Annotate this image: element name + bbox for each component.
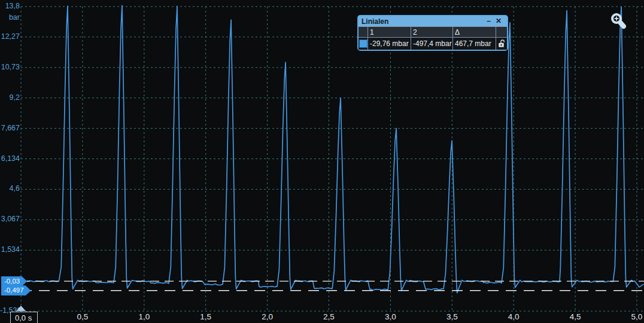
y-axis-tick-label: 7,667 [0, 124, 20, 132]
pressure-waveform [21, 5, 643, 293]
window-title: Linialen [362, 17, 484, 26]
minimize-button[interactable]: – [484, 16, 493, 26]
ruler-readout-table: 1 2 Δ -29,76 mbar -497,4 mbar 467,7 mbar [359, 26, 507, 50]
waveform-plot [0, 0, 644, 323]
y-axis-tick-label: 10,73 [0, 63, 20, 71]
y-axis-unit-label: bar [0, 13, 20, 22]
x-zero-label-box: 0,0 s [10, 312, 38, 323]
y-axis-tick-label: 1,534 [0, 245, 20, 254]
zoom-in-cursor-icon [610, 12, 629, 32]
y-axis-tick-label: 12,27 [0, 32, 20, 41]
x-axis-tick-label: 2,0 [250, 312, 285, 321]
channel-color-swatch [359, 39, 367, 48]
x-axis-tick-label: 2,5 [311, 312, 347, 321]
unlock-icon [498, 39, 506, 48]
y-axis-tick-label: 3,067 [0, 215, 20, 223]
y-axis-tick-label: 13,8 [0, 2, 20, 10]
channel-swatch-cell [359, 37, 368, 50]
x-axis-tick-label: 1,0 [126, 312, 162, 321]
time-cursor-triangle-icon[interactable] [16, 306, 26, 311]
header-cursor2: 2 [411, 26, 453, 37]
cursor2-value: -497,4 mbar [411, 37, 453, 50]
x-axis-tick-label: 5,0 [619, 312, 644, 321]
header-delta: Δ [453, 26, 496, 37]
x-axis-tick-label: 4,5 [557, 312, 593, 321]
x-axis-tick-label: 3,5 [434, 312, 470, 321]
y-axis-tick-label: 9,2 [0, 93, 20, 102]
x-axis-tick-label: 4,0 [496, 312, 531, 321]
y-axis-tick-label: 6,134 [0, 154, 20, 163]
x-axis-tick-label: 0,5 [65, 312, 101, 321]
header-lock-col [496, 26, 507, 37]
cursor-tag-2[interactable]: -0,497 [1, 285, 31, 295]
y-axis-tick-label: 4,6 [0, 184, 20, 193]
cursor-tag-1[interactable]: -0,03 [1, 276, 27, 287]
linialen-titlebar[interactable]: Linialen – ✕ [359, 16, 507, 26]
linialen-window[interactable]: Linialen – ✕ 1 2 Δ -29,76 mbar -497,4 mb… [357, 15, 508, 51]
x-axis-tick-label: 3,0 [372, 312, 408, 321]
plot-grid [21, 7, 644, 311]
header-cursor1: 1 [368, 26, 411, 37]
x-axis-tick-label: 1,5 [188, 312, 224, 321]
measurement-app-screen: 13,812,2710,739,27,6676,1344,63,0671,534… [0, 0, 644, 323]
close-button[interactable]: ✕ [493, 16, 504, 26]
header-swatch-col [359, 26, 368, 37]
lock-cell[interactable] [496, 37, 507, 50]
delta-value: 467,7 mbar [453, 37, 496, 50]
cursor1-value: -29,76 mbar [368, 37, 411, 50]
